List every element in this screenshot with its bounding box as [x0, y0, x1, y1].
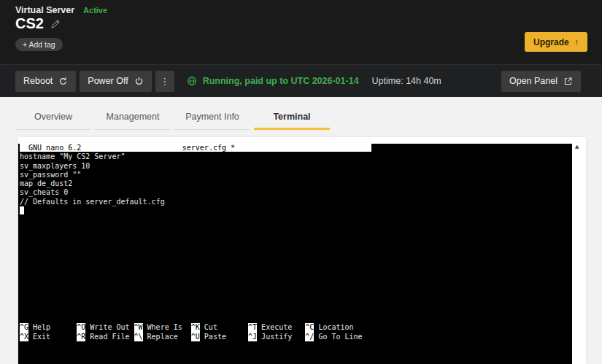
- external-link-icon: [563, 77, 573, 86]
- tab-overview[interactable]: Overview: [15, 107, 91, 130]
- server-name-row: CS2: [15, 15, 61, 32]
- server-header: Virtual Server Active CS2 + Add tag Upgr…: [0, 0, 602, 64]
- nano-shortcut: ^C Location: [305, 323, 362, 332]
- open-panel-button[interactable]: Open Panel: [501, 71, 581, 92]
- server-type-row: Virtual Server Active: [15, 5, 107, 15]
- uptime-text: Uptime: 14h 40m: [372, 76, 441, 86]
- upgrade-arrow-icon: ↑: [574, 37, 579, 47]
- nano-shortcut-key: ^J: [248, 333, 257, 341]
- nano-shortcut: ^T Execute: [248, 323, 305, 332]
- terminal-screen[interactable]: GNU nano 6.2 server.cfg * hostname "My C…: [18, 144, 572, 364]
- add-tag-button[interactable]: + Add tag: [15, 38, 63, 51]
- nano-shortcut-key: ^U: [191, 333, 200, 341]
- terminal-cursor: [20, 206, 24, 214]
- nano-shortcut: ^J Justify: [248, 333, 305, 341]
- nano-shortcut-key: ^T: [248, 323, 257, 332]
- power-off-button[interactable]: Power Off: [80, 71, 151, 92]
- nano-shortcut: ^W Where Is: [134, 323, 191, 332]
- nano-shortcut-key: ^O: [77, 323, 85, 332]
- reboot-label: Reboot: [23, 76, 53, 86]
- nano-shortcut-key: ^K: [191, 323, 200, 332]
- tab-bar: Overview Management Payment Info Termina…: [15, 107, 333, 130]
- terminal-card: GNU nano 6.2 server.cfg * hostname "My C…: [18, 137, 586, 364]
- nano-shortcut-key: ^/: [305, 333, 314, 341]
- action-bar: Reboot Power Off ⋮ Running, paid up to U…: [0, 64, 602, 97]
- nano-shortcut: ^O Write Out: [77, 323, 134, 332]
- status-text: Running, paid up to UTC 2026-01-14: [203, 76, 359, 86]
- kebab-icon: ⋮: [160, 76, 169, 87]
- reboot-icon: [58, 77, 68, 86]
- nano-shortcut-key: ^\: [134, 333, 143, 341]
- tab-management[interactable]: Management: [95, 107, 171, 130]
- more-actions-button[interactable]: ⋮: [155, 71, 174, 92]
- tab-payment-info[interactable]: Payment Info: [174, 107, 250, 130]
- edit-name-icon[interactable]: [50, 19, 61, 29]
- power-icon: [134, 77, 144, 86]
- nano-title-bar: GNU nano 6.2 server.cfg *: [20, 144, 371, 152]
- nano-shortcut-key: ^G: [20, 323, 28, 332]
- nano-shortcut: ^K Cut: [191, 323, 248, 332]
- upgrade-button[interactable]: Upgrade ↑: [525, 32, 587, 52]
- content-area: Overview Management Payment Info Termina…: [0, 97, 602, 364]
- server-type-label: Virtual Server: [15, 5, 74, 15]
- nano-shortcut-bar: ^G Help^O Write Out^W Where Is^K Cut^T E…: [20, 323, 363, 341]
- scroll-up-icon[interactable]: ▲: [575, 144, 579, 150]
- page-title: CS2: [15, 15, 44, 32]
- open-panel-label: Open Panel: [509, 76, 557, 86]
- nano-shortcut: ^X Exit: [20, 333, 77, 341]
- power-off-label: Power Off: [88, 76, 128, 86]
- nano-shortcut: ^\ Replace: [134, 333, 191, 341]
- upgrade-label: Upgrade: [533, 37, 569, 47]
- nano-shortcut: ^R Read File: [77, 333, 134, 341]
- nano-shortcut-key: ^X: [20, 333, 28, 341]
- terminal-text: GNU nano 6.2 server.cfg * hostname "My C…: [20, 144, 371, 215]
- globe-icon: [187, 76, 197, 86]
- nano-shortcut-key: ^W: [134, 323, 143, 332]
- nano-shortcut-key: ^R: [77, 333, 85, 341]
- nano-shortcut-key: ^C: [305, 323, 314, 332]
- status-group: Running, paid up to UTC 2026-01-14: [187, 76, 359, 86]
- status-badge: Active: [83, 6, 107, 15]
- reboot-button[interactable]: Reboot: [15, 71, 76, 92]
- tab-terminal[interactable]: Terminal: [254, 107, 330, 130]
- nano-shortcut: ^/ Go To Line: [305, 333, 362, 341]
- terminal-scrollbar[interactable]: ▲: [572, 137, 586, 364]
- nano-shortcut: ^G Help: [20, 323, 77, 332]
- nano-shortcut: ^U Paste: [191, 333, 248, 341]
